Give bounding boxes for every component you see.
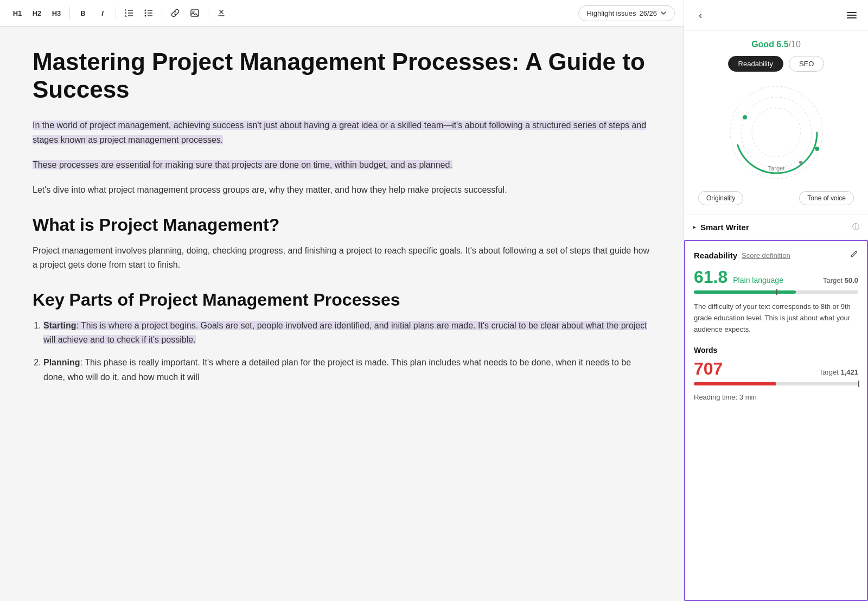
readability-target: Target 50.0 bbox=[823, 276, 858, 284]
clear-format-button[interactable] bbox=[213, 4, 230, 22]
bold-button[interactable]: B bbox=[74, 4, 92, 22]
svg-point-13 bbox=[193, 11, 194, 13]
circle-labels: Originality Tone of voice bbox=[693, 191, 859, 205]
svg-text:3.: 3. bbox=[125, 14, 127, 17]
svg-point-21 bbox=[799, 161, 802, 164]
heading-2-1: What is Project Management? bbox=[33, 215, 651, 235]
svg-point-9 bbox=[145, 10, 146, 11]
words-score-row: 707 Target 1,421 bbox=[694, 359, 858, 379]
svg-point-16 bbox=[752, 108, 801, 157]
list-item-1-highlighted: Starting: This is where a project begins… bbox=[43, 321, 647, 344]
readability-score-row: 61.8 Plain language Target 50.0 bbox=[694, 267, 858, 287]
score-label: Good bbox=[751, 40, 776, 49]
smart-writer-title: Smart Writer bbox=[700, 223, 848, 232]
svg-point-19 bbox=[815, 147, 819, 151]
italic-button[interactable]: I bbox=[94, 4, 111, 22]
words-title: Words bbox=[694, 346, 858, 355]
menu-button[interactable] bbox=[844, 8, 859, 23]
menu-line-2 bbox=[847, 15, 857, 16]
tone-of-voice-button[interactable]: Tone of voice bbox=[799, 191, 854, 205]
reading-time: Reading time: 3 min bbox=[694, 393, 858, 401]
tab-seo[interactable]: SEO bbox=[789, 56, 824, 72]
toolbar-right: Highlight issues 26/26 bbox=[578, 5, 675, 21]
info-icon[interactable]: ⓘ bbox=[852, 222, 859, 232]
readability-title: Readability bbox=[694, 251, 737, 260]
svg-text:Target: Target bbox=[768, 165, 784, 172]
tab-row: Readability SEO bbox=[693, 56, 859, 72]
highlighted-text-1: In the world of project management, achi… bbox=[33, 121, 646, 144]
list: Starting: This is where a project begins… bbox=[33, 319, 651, 385]
link-button[interactable] bbox=[167, 4, 184, 22]
toolbar-divider-3 bbox=[162, 7, 162, 20]
highlighted-text-2: These processes are essential for making… bbox=[33, 160, 452, 169]
list-item-1: Starting: This is where a project begins… bbox=[43, 319, 651, 347]
svg-point-10 bbox=[145, 12, 146, 14]
readability-score-value: 61.8 bbox=[694, 267, 727, 287]
toolbar: H1 H2 H3 B I 1.2.3. Highlight issues 26/… bbox=[0, 0, 684, 27]
words-target: Target 1,421 bbox=[819, 368, 858, 376]
score-denom: /10 bbox=[789, 40, 801, 49]
unordered-list-button[interactable] bbox=[140, 4, 157, 22]
score-number: 6.5 bbox=[776, 40, 788, 49]
readability-progress-fill bbox=[694, 290, 796, 294]
svg-point-18 bbox=[743, 115, 747, 119]
list-item-2: Planning: This phase is really important… bbox=[43, 356, 651, 384]
back-button[interactable]: ‹ bbox=[693, 8, 708, 23]
readability-progress-bar bbox=[694, 290, 858, 294]
readability-section: Readability Score definition 61.8 Plain … bbox=[684, 240, 868, 601]
toolbar-divider-4 bbox=[208, 7, 208, 20]
originality-button[interactable]: Originality bbox=[698, 191, 743, 205]
tab-readability[interactable]: Readability bbox=[728, 56, 783, 72]
score-section: Good 6.5/10 Readability SEO T bbox=[684, 31, 868, 214]
toolbar-divider-2 bbox=[116, 7, 116, 20]
right-panel: ‹ Good 6.5/10 Readability SEO bbox=[684, 0, 868, 601]
readability-progress-marker bbox=[776, 289, 777, 295]
words-progress-bar bbox=[694, 382, 858, 385]
menu-line-1 bbox=[847, 12, 857, 13]
editor-content[interactable]: Mastering Project Management Processes: … bbox=[0, 27, 684, 601]
chevron-right-icon: ▸ bbox=[693, 223, 696, 231]
svg-point-17 bbox=[736, 92, 817, 173]
editor-panel: H1 H2 H3 B I 1.2.3. Highlight issues 26/… bbox=[0, 0, 684, 601]
readability-header: Readability Score definition bbox=[694, 250, 858, 261]
h2-button[interactable]: H2 bbox=[28, 4, 46, 22]
words-progress-fill bbox=[694, 382, 776, 385]
edit-icon[interactable] bbox=[850, 250, 858, 261]
panel-header: ‹ bbox=[684, 0, 868, 31]
words-section: Words 707 Target 1,421 Reading time: 3 m… bbox=[694, 346, 858, 401]
article-title: Mastering Project Management Processes: … bbox=[33, 48, 651, 103]
toolbar-divider-1 bbox=[69, 7, 70, 20]
ordered-list-button[interactable]: 1.2.3. bbox=[120, 4, 138, 22]
paragraph-2: These processes are essential for making… bbox=[33, 158, 651, 172]
heading-2-2: Key Parts of Project Management Processe… bbox=[33, 290, 651, 310]
highlight-issues-button[interactable]: Highlight issues 26/26 bbox=[578, 5, 675, 21]
paragraph-1: In the world of project management, achi… bbox=[33, 118, 651, 147]
svg-point-11 bbox=[145, 15, 146, 17]
score-definition-link[interactable]: Score definition bbox=[742, 251, 790, 260]
readability-score-label: Plain language bbox=[733, 276, 783, 284]
words-score-value: 707 bbox=[694, 359, 723, 379]
circle-chart: Target bbox=[722, 78, 831, 187]
highlight-btn-label: Highlight issues bbox=[586, 9, 636, 17]
paragraph-3: Let's dive into what project management … bbox=[33, 183, 651, 197]
h3-button[interactable]: H3 bbox=[48, 4, 65, 22]
score-top: Good 6.5/10 bbox=[693, 40, 859, 49]
readability-description: The difficulty of your text corresponds … bbox=[694, 301, 858, 335]
smart-writer-section[interactable]: ▸ Smart Writer ⓘ bbox=[684, 214, 868, 240]
image-button[interactable] bbox=[186, 4, 203, 22]
paragraph-h2-1: Project management involves planning, do… bbox=[33, 244, 651, 273]
issue-count: 26/26 bbox=[639, 9, 657, 17]
menu-line-3 bbox=[847, 17, 857, 18]
h1-button[interactable]: H1 bbox=[9, 4, 26, 22]
words-progress-marker bbox=[858, 381, 859, 387]
